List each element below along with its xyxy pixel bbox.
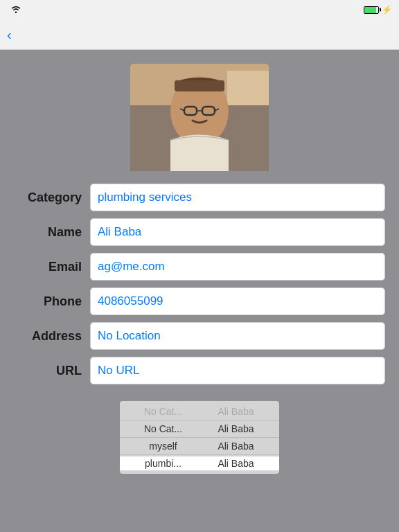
card-list-divider <box>120 437 279 438</box>
card-list-divider <box>120 420 279 420</box>
field-row-name: NameAli Baba <box>14 218 385 246</box>
battery-fill <box>364 7 376 13</box>
card-list-cell-name: Ali Baba <box>203 423 269 434</box>
field-value-url[interactable]: No URL <box>90 357 385 384</box>
card-list-cell-category: myself <box>130 441 196 452</box>
battery-icon <box>364 6 379 14</box>
field-value-email[interactable]: ag@me.com <box>90 253 385 281</box>
back-button[interactable]: ‹ <box>7 28 15 42</box>
card-list-row[interactable]: No Cat...Ali Baba <box>120 422 279 436</box>
status-right: ⚡ <box>337 5 392 15</box>
field-row-phone: Phone4086055099 <box>14 287 385 315</box>
card-list-row[interactable]: myselfAli Baba <box>120 439 279 453</box>
field-label-name: Name <box>14 225 90 240</box>
card-list-cell-category: No Cat... <box>130 423 196 434</box>
field-row-email: Emailag@me.com <box>14 253 385 281</box>
profile-photo <box>130 64 269 171</box>
field-value-phone[interactable]: 4086055099 <box>90 287 385 315</box>
field-label-url: URL <box>14 364 90 378</box>
field-row-category: Categoryplumbing services <box>14 184 385 211</box>
field-label-email: Email <box>14 260 90 274</box>
field-value-address[interactable]: No Location <box>90 322 385 350</box>
card-list-divider <box>120 454 279 455</box>
nav-bar: ‹ <box>0 19 399 50</box>
card-list-row[interactable]: plumbi...Ali Baba <box>120 456 279 470</box>
fields-area: Categoryplumbing servicesNameAli BabaEma… <box>14 184 385 391</box>
card-list-cell-name: Ali Baba <box>203 406 269 417</box>
card-list-cell-name: Ali Baba <box>203 458 269 469</box>
field-label-category: Category <box>14 190 90 205</box>
back-chevron-icon: ‹ <box>7 28 12 42</box>
status-bar: ⚡ <box>0 0 399 19</box>
field-label-address: Address <box>14 329 90 344</box>
field-label-phone: Phone <box>14 294 90 309</box>
field-value-name[interactable]: Ali Baba <box>90 218 385 246</box>
field-value-category[interactable]: plumbing services <box>90 184 385 211</box>
card-list-preview: No Cat...Ali BabaNo Cat...Ali Babamyself… <box>120 401 279 474</box>
main-content: Categoryplumbing servicesNameAli BabaEma… <box>0 50 399 481</box>
card-list-row[interactable]: No Cat...Ali Baba <box>120 405 279 418</box>
card-list-cell-name: Ali Baba <box>203 441 269 452</box>
svg-rect-7 <box>175 80 224 91</box>
card-list-cell-category: plumbi... <box>130 458 196 469</box>
card-list-cell-category: No Cat... <box>130 406 196 417</box>
charging-icon: ⚡ <box>382 5 392 15</box>
status-left <box>7 5 62 15</box>
wifi-icon <box>10 5 21 15</box>
field-row-url: URLNo URL <box>14 357 385 384</box>
field-row-address: AddressNo Location <box>14 322 385 350</box>
